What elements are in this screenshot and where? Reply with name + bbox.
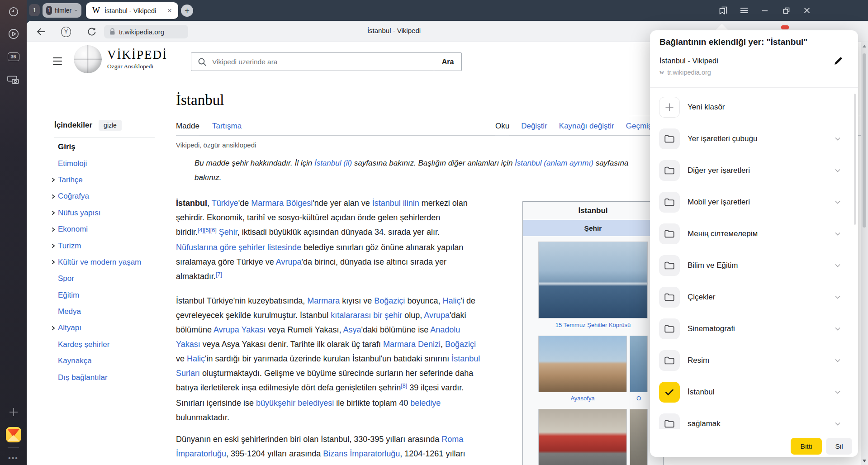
wikipedia-wordmark[interactable]: VİKİPEDİ Özgür Ansiklopedi bbox=[107, 48, 167, 70]
scrollbar-thumb[interactable] bbox=[863, 53, 866, 228]
toc-item-label[interactable]: Kültür ve modern yaşam bbox=[58, 258, 141, 267]
chevron-down-icon[interactable] bbox=[834, 388, 842, 396]
restore-button[interactable] bbox=[781, 5, 791, 15]
article-tab[interactable]: Madde bbox=[176, 122, 199, 136]
yandex-mail-icon[interactable] bbox=[0, 427, 27, 442]
toc-item-label[interactable]: Coğrafya bbox=[58, 192, 89, 201]
video-player-icon[interactable] bbox=[0, 26, 27, 42]
bookmark-folder-row[interactable]: Sinematografi bbox=[650, 313, 858, 345]
bridge-photo[interactable] bbox=[538, 242, 648, 318]
wikipedia-globe-logo[interactable] bbox=[74, 45, 102, 73]
toc-item-label[interactable]: Eğitim bbox=[58, 291, 79, 300]
street-photo[interactable] bbox=[630, 409, 648, 465]
bookmark-folder-row[interactable]: Yer işaretleri çubuğu bbox=[650, 123, 858, 155]
chevron-down-icon[interactable] bbox=[834, 420, 842, 428]
article-tab[interactable]: Geçmişi bbox=[626, 122, 654, 136]
toc-item-label[interactable]: Dış bağlantılar bbox=[58, 373, 108, 382]
tab-group-pill[interactable]: 1 filmler bbox=[43, 3, 81, 18]
article-tab[interactable]: Değiştir bbox=[521, 122, 547, 136]
toc-item[interactable]: Giriş bbox=[48, 139, 166, 155]
done-button[interactable]: Bitti bbox=[791, 438, 822, 455]
toc-item-label[interactable]: Kardeş şehirler bbox=[58, 340, 109, 349]
close-button[interactable] bbox=[802, 5, 812, 15]
bookmark-folder-row[interactable]: Bilim ve Eğitim bbox=[650, 250, 858, 281]
scroll-up-arrow[interactable] bbox=[863, 45, 866, 47]
toc-item-label[interactable]: Giriş bbox=[58, 142, 76, 152]
edit-bookmark-icon[interactable] bbox=[833, 56, 844, 67]
menu-icon[interactable] bbox=[739, 5, 749, 15]
chevron-right-icon[interactable] bbox=[48, 227, 58, 232]
toc-item[interactable]: Etimoloji bbox=[48, 155, 166, 171]
new-tab-button[interactable]: + bbox=[181, 5, 193, 17]
article-tab[interactable]: Oku bbox=[495, 122, 509, 136]
toc-item[interactable]: Spor bbox=[48, 270, 166, 287]
bookmark-folder-row[interactable]: Mobil yer işaretleri bbox=[650, 186, 858, 218]
tab-counter-icon[interactable]: 36 bbox=[0, 49, 27, 64]
mosque-photo[interactable] bbox=[630, 336, 648, 392]
bookmark-folder-row[interactable]: Çiçekler bbox=[650, 281, 858, 313]
sidebar-more-icon[interactable]: ••• bbox=[0, 451, 27, 465]
chevron-right-icon[interactable] bbox=[48, 325, 58, 331]
toc-item-label[interactable]: Kaynakça bbox=[58, 356, 92, 365]
wiki-search-button[interactable]: Ara bbox=[434, 52, 462, 71]
reload-icon[interactable] bbox=[86, 27, 96, 37]
right-caption[interactable]: O bbox=[630, 395, 648, 402]
toc-item[interactable]: Coğrafya bbox=[48, 188, 166, 204]
toc-item[interactable]: Eğitim bbox=[48, 287, 166, 304]
toc-item-label[interactable]: Altyapı bbox=[58, 323, 81, 332]
toc-item-label[interactable]: Medya bbox=[58, 307, 81, 316]
minimize-button[interactable] bbox=[760, 5, 770, 15]
new-folder-row[interactable]: Yeni klasör bbox=[650, 91, 858, 123]
toc-item[interactable]: Turizm bbox=[48, 237, 166, 254]
screenshot-icon[interactable] bbox=[0, 71, 27, 87]
article-tab[interactable]: Tartışma bbox=[212, 122, 242, 136]
back-icon[interactable] bbox=[36, 27, 46, 37]
chevron-right-icon[interactable] bbox=[48, 177, 58, 183]
page-scrollbar[interactable] bbox=[861, 42, 868, 465]
wiki-hamburger-icon[interactable] bbox=[53, 57, 62, 65]
scroll-down-arrow[interactable] bbox=[863, 460, 866, 462]
popup-scrollbar-thumb[interactable] bbox=[854, 94, 856, 225]
bookmark-folder-row[interactable]: Diğer yer işaretleri bbox=[650, 155, 858, 186]
sidebar-add-icon[interactable] bbox=[0, 404, 27, 420]
bookmark-folder-row[interactable]: İstanbul bbox=[650, 376, 858, 408]
bookmark-folder-row[interactable]: Менің сілтемелерім bbox=[650, 218, 858, 250]
history-icon[interactable] bbox=[0, 4, 27, 19]
chevron-down-icon[interactable] bbox=[834, 198, 842, 206]
bridge-caption[interactable]: 15 Temmuz Şehitler Köprüsü bbox=[538, 322, 648, 328]
tab-close-icon[interactable]: × bbox=[166, 6, 174, 15]
ayasofya-photo[interactable] bbox=[538, 336, 627, 392]
toc-item[interactable]: Medya bbox=[48, 304, 166, 320]
wiki-search-input[interactable] bbox=[211, 57, 434, 66]
toc-item[interactable]: Nüfus yapısı bbox=[48, 205, 166, 221]
bookmark-folder-row[interactable]: sağlamak bbox=[650, 408, 858, 429]
bookmarks-panel-icon[interactable] bbox=[718, 5, 728, 15]
chevron-right-icon[interactable] bbox=[48, 243, 58, 249]
tab-group-chip[interactable]: 1 bbox=[29, 4, 40, 16]
active-tab[interactable]: W İstanbul - Vikipedi × bbox=[86, 2, 178, 19]
toc-item-label[interactable]: Nüfus yapısı bbox=[58, 209, 101, 218]
delete-button[interactable]: Sil bbox=[826, 438, 852, 455]
bookmark-folder-row[interactable]: Resim bbox=[650, 345, 858, 376]
chevron-down-icon[interactable] bbox=[834, 230, 842, 238]
toc-item-label[interactable]: Turizm bbox=[58, 242, 81, 251]
toc-item[interactable]: Kardeş şehirler bbox=[48, 337, 166, 353]
toc-item[interactable]: Altyapı bbox=[48, 320, 166, 336]
chevron-down-icon[interactable] bbox=[834, 166, 842, 175]
chevron-down-icon[interactable] bbox=[834, 293, 842, 301]
toc-item-label[interactable]: Ekonomi bbox=[58, 225, 88, 234]
tram-photo[interactable] bbox=[538, 409, 627, 465]
toc-item[interactable]: Kültür ve modern yaşam bbox=[48, 254, 166, 270]
chevron-right-icon[interactable] bbox=[48, 210, 58, 216]
toc-item-label[interactable]: Tarihçe bbox=[58, 176, 83, 185]
chevron-right-icon[interactable] bbox=[48, 259, 58, 265]
chevron-down-icon[interactable] bbox=[834, 135, 842, 143]
toc-item-label[interactable]: Etimoloji bbox=[58, 159, 87, 168]
ayasofya-caption[interactable]: Ayasofya bbox=[538, 395, 627, 402]
chevron-right-icon[interactable] bbox=[48, 194, 58, 199]
article-tab[interactable]: Kaynağı değiştir bbox=[559, 122, 614, 136]
domain-pill[interactable]: tr.wikipedia.org bbox=[104, 25, 188, 38]
chevron-down-icon[interactable] bbox=[834, 325, 842, 333]
chevron-down-icon[interactable] bbox=[834, 356, 842, 365]
toc-item-label[interactable]: Spor bbox=[58, 274, 74, 283]
